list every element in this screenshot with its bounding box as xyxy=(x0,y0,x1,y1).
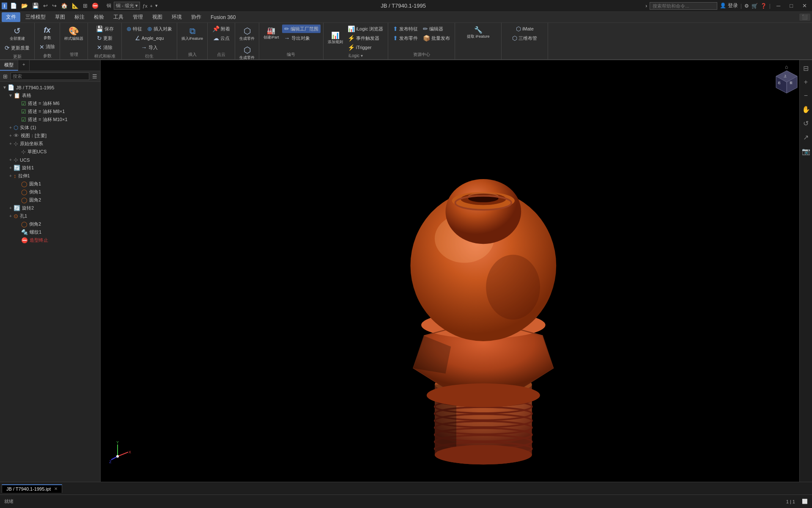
open-icon[interactable]: 📂 xyxy=(20,2,29,10)
zoom-fit-btn[interactable]: ⊟ xyxy=(801,63,810,74)
menu-tools[interactable]: 工具 xyxy=(109,12,128,22)
tree-item-end[interactable]: ⛔ 造型终止 xyxy=(0,236,100,244)
minimize-btn[interactable]: ─ xyxy=(773,2,784,10)
tree-item-m10[interactable]: ☑ 搭述 = 油杯 M10×1 xyxy=(0,116,100,124)
camera-btn[interactable]: 📷 xyxy=(800,146,812,157)
view-cube[interactable]: 前 上 右 ⌂ xyxy=(770,64,804,98)
plus-icon[interactable]: + xyxy=(150,3,153,8)
tb-extract-ifeature-btn[interactable]: 🔧 提取 iFeature xyxy=(465,25,491,41)
more-icon[interactable]: ▾ xyxy=(155,3,158,8)
tree-item-m6[interactable]: ☑ 搭述 = 油杯 M6 xyxy=(0,99,100,108)
expand-btn[interactable]: ⬜ xyxy=(802,499,808,504)
tree-item-view[interactable]: + 👁 视图：[主要] xyxy=(0,132,100,140)
tb-clear-btn[interactable]: ✕ 清除 xyxy=(37,43,57,51)
orbit-btn[interactable]: ↗ xyxy=(801,132,810,143)
tree-item-extrude1[interactable]: + ↕ 拉伸1 xyxy=(0,172,100,180)
help-icon[interactable]: ❓ xyxy=(760,3,767,9)
save-icon[interactable]: 💾 xyxy=(31,2,40,10)
restore-btn[interactable]: □ xyxy=(786,2,796,10)
menu-3d-model[interactable]: 三维模型 xyxy=(21,12,50,22)
menu-file[interactable]: 文件 xyxy=(2,12,20,22)
menu-view[interactable]: 视图 xyxy=(148,12,167,22)
panel-menu-icon[interactable]: ☰ xyxy=(91,73,99,80)
tb-batch-publish-btn[interactable]: 📦 批量发布 xyxy=(421,34,452,42)
tb-3dcopy-btn[interactable]: ⬡ 三维布管 xyxy=(510,34,539,42)
tb-import-btn[interactable]: → 导入 xyxy=(139,43,160,52)
menu-sketch[interactable]: 草图 xyxy=(51,12,69,22)
tb-event-trigger-btn[interactable]: ⚡ 事件触发器 xyxy=(346,34,386,42)
tree-root[interactable]: ▼ 📄 JB / T7940.1-1995 xyxy=(0,83,100,91)
tb-insert-feature-btn[interactable]: ⧉ 插入iFeature xyxy=(180,25,205,43)
pan-btn[interactable]: ✋ xyxy=(800,104,812,115)
tb-itrigger-btn[interactable]: ⚡ iTrigger xyxy=(346,43,386,52)
tree-item-fillet2[interactable]: ◯ 圆角2 xyxy=(0,196,100,204)
new-icon[interactable]: 📄 xyxy=(9,2,18,10)
tb-edit-factory-btn[interactable]: ✏ 编辑工厂范围 xyxy=(282,25,321,33)
tb-export-obj-btn[interactable]: → 导出对象 xyxy=(282,34,321,42)
tb-feature-btn[interactable]: ⊕ 特征 xyxy=(124,25,144,33)
tb-imate-btn[interactable]: ⬡ iMate xyxy=(514,25,536,33)
tree-item-thread1[interactable]: 🔩 螺纹1 xyxy=(0,228,100,236)
menu-annotation[interactable]: 标注 xyxy=(70,12,89,22)
tree-item-table[interactable]: ▼ 📋 表格 xyxy=(0,91,100,99)
controls-icon1[interactable]: ⚙ xyxy=(744,3,749,9)
formula-icon[interactable]: ƒx xyxy=(143,3,148,8)
search-input[interactable] xyxy=(650,2,717,10)
tb-publish-feature-btn[interactable]: ⬆ 发布特征 xyxy=(391,25,420,33)
measure-icon[interactable]: 📐 xyxy=(71,2,80,10)
bottom-tab-main[interactable]: JB / T7940.1-1995.ipt ✕ xyxy=(2,484,62,493)
panel-tab-model[interactable]: 模型 xyxy=(0,60,18,71)
tree-item-revolve1[interactable]: + 🔄 旋转1 xyxy=(0,164,100,172)
close-btn[interactable]: ✕ xyxy=(799,2,810,10)
tb-gen-part-btn[interactable]: ⬡ 生成零件 xyxy=(238,25,256,43)
tb-remove-btn[interactable]: ✕ 清除 xyxy=(95,43,115,52)
tree-item-chamfer2[interactable]: ◯ 倒角2 xyxy=(0,220,100,228)
tb-save-btn[interactable]: 💾 保存 xyxy=(94,25,116,33)
panel-tab-plus[interactable]: + xyxy=(18,60,30,71)
tb-publish-part-btn[interactable]: ⬆ 发布零件 xyxy=(391,34,420,42)
tree-item-solid[interactable]: + ⬡ 实体 (1) xyxy=(0,124,100,132)
rotate-btn[interactable]: ↺ xyxy=(801,118,810,129)
menu-collaborate[interactable]: 协作 xyxy=(187,12,206,22)
menu-environment[interactable]: 环境 xyxy=(167,12,186,22)
menu-inspect[interactable]: 检验 xyxy=(90,12,108,22)
undo-icon[interactable]: ↩ xyxy=(42,2,49,10)
home-icon[interactable]: 🏠 xyxy=(60,2,69,10)
tb-cloud-btn[interactable]: ☁ 云点 xyxy=(211,34,232,42)
expand-toolbar-btn[interactable]: ⬛ xyxy=(799,14,810,21)
tree-item-m8[interactable]: ☑ 搭述 = 油杯 M8×1 xyxy=(0,108,100,116)
tb-params-btn[interactable]: fx 参数 xyxy=(40,25,55,42)
stop-icon[interactable]: ⛔ xyxy=(91,2,100,10)
tree-item-revolve2[interactable]: + 🔄 旋转2 xyxy=(0,204,100,212)
app-icon[interactable]: I xyxy=(2,3,7,9)
tb-add-rule-btn[interactable]: 📊 添加规则 xyxy=(326,30,345,46)
tb-style-editor-btn[interactable]: 🎨 样式编辑器 xyxy=(63,25,85,43)
menu-fusion[interactable]: Fusion 360 xyxy=(206,13,240,22)
zoom-out-btn[interactable]: − xyxy=(802,90,809,101)
tree-item-ucs[interactable]: + ⊹ UCS xyxy=(0,156,100,164)
controls-icon2[interactable]: 🛒 xyxy=(752,3,758,9)
tb-rebuild-btn[interactable]: ↺ 全部重建 xyxy=(8,25,27,43)
zoom-in-btn[interactable]: + xyxy=(802,77,809,88)
login-btn[interactable]: 👤 登录 xyxy=(720,2,738,9)
redo-icon[interactable]: ↪ xyxy=(51,2,58,10)
tb-editor-btn[interactable]: ✏ 编辑器 xyxy=(421,25,452,33)
tree-item-fillet1[interactable]: ◯ 圆角1 xyxy=(0,180,100,188)
grid-icon[interactable]: ⊞ xyxy=(82,2,89,10)
viewport[interactable]: 前 上 右 ⌂ X Y Z xyxy=(101,60,812,482)
tb-create-ipart-btn[interactable]: 🏭 创建iPart xyxy=(262,25,281,41)
tab-close-btn[interactable]: ✕ xyxy=(54,486,58,491)
tree-item-sketch-ucs[interactable]: ⊹ 草图UCS xyxy=(0,148,100,156)
tb-gen-part2-btn[interactable]: ⬡ 生成零件 xyxy=(238,44,256,60)
tb-ilogic-browser-btn[interactable]: 📊 iLogic 浏览器 xyxy=(346,25,386,33)
panel-settings-icon[interactable]: ⊞ xyxy=(2,73,9,80)
tb-angle-btn[interactable]: ∠ Angle_equ xyxy=(133,34,166,42)
tb-update-btn[interactable]: ↻ 更新 xyxy=(95,34,115,42)
tree-item-origin[interactable]: + ⊹ 原始坐标系 xyxy=(0,140,100,148)
material-dropdown[interactable]: 铜 - 缎光 ▾ xyxy=(114,2,140,10)
tb-insert-obj-btn[interactable]: ⊕ 插入对象 xyxy=(145,25,174,33)
menu-manage[interactable]: 管理 xyxy=(129,12,147,22)
tb-attach-btn[interactable]: 📌 附着 xyxy=(210,25,232,33)
panel-search-input[interactable] xyxy=(11,72,89,80)
tree-item-chamfer1[interactable]: ◯ 倒角1 xyxy=(0,188,100,196)
